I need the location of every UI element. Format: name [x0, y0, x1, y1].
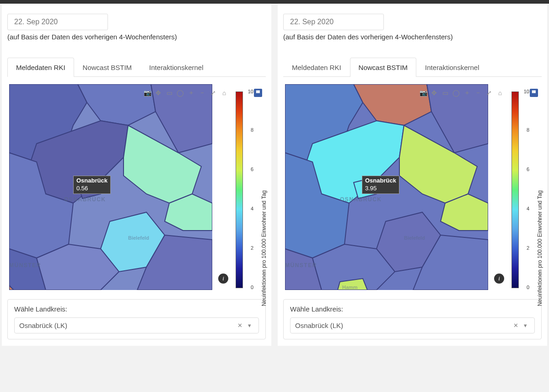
window-topbar: [0, 0, 549, 4]
map-label-osnabruck: OSNABRÜCK: [340, 196, 382, 203]
colorbar-ticks-left: 10 8 6 4 2 0: [244, 89, 253, 290]
camera-icon[interactable]: 📷: [418, 88, 428, 98]
colorbar-right: [511, 91, 519, 288]
box-select-icon[interactable]: ▭: [164, 88, 174, 98]
choropleth-map-left[interactable]: OSNABRÜCK Bielefeld MÜNSTER: [9, 84, 212, 290]
zoom-out-icon[interactable]: －: [473, 88, 483, 98]
map-label-munster: MÜNSTER: [285, 262, 317, 268]
map-label-munster: MÜNSTER: [9, 262, 41, 268]
subtitle-left: (auf Basis der Daten des vorherigen 4-Wo…: [7, 33, 266, 41]
reset-icon[interactable]: ⌂: [219, 88, 229, 98]
zoom-in-icon[interactable]: ＋: [186, 88, 196, 98]
region-select-right[interactable]: Osnabrück (LK) ✕ ▾: [290, 317, 535, 333]
clear-icon[interactable]: ✕: [511, 322, 521, 329]
tab-meldedaten[interactable]: Meldedaten RKI: [283, 58, 350, 77]
chevron-down-icon[interactable]: ▾: [521, 322, 530, 329]
lasso-icon[interactable]: ◯: [451, 88, 461, 98]
region-select-left[interactable]: Osnabrück (LK) ✕ ▾: [14, 317, 259, 333]
pan-icon[interactable]: ✥: [153, 88, 163, 98]
chevron-down-icon[interactable]: ▾: [245, 322, 254, 329]
plotly-logo-icon[interactable]: ▝▘: [530, 89, 538, 97]
tabs-right: Meldedaten RKI Nowcast BSTIM Interaktion…: [283, 57, 542, 77]
plotly-logo-icon[interactable]: ▝▘: [254, 89, 262, 97]
clear-icon[interactable]: ✕: [235, 322, 245, 329]
pan-icon[interactable]: ✥: [429, 88, 439, 98]
info-button-left[interactable]: i: [218, 274, 228, 284]
tab-meldedaten[interactable]: Meldedaten RKI: [7, 58, 74, 77]
autoscale-icon[interactable]: ⤢: [484, 88, 494, 98]
map-label-hamm: Hamm: [342, 285, 358, 290]
box-select-icon[interactable]: ▭: [440, 88, 450, 98]
colorbar-left: [236, 91, 243, 288]
colorbar-ticks-right: 10 8 6 4 2 0: [520, 89, 529, 290]
tab-nowcast[interactable]: Nowcast BSTIM: [74, 58, 141, 77]
date-input-right[interactable]: 22. Sep 2020: [283, 14, 384, 30]
zoom-in-icon[interactable]: ＋: [462, 88, 472, 98]
region-select-wrap-left: Wähle Landkreis: Osnabrück (LK) ✕ ▾: [7, 299, 266, 339]
panel-right: 22. Sep 2020 (auf Basis der Daten des vo…: [278, 4, 547, 346]
region-select-wrap-right: Wähle Landkreis: Osnabrück (LK) ✕ ▾: [283, 299, 542, 339]
region-select-label: Wähle Landkreis:: [290, 305, 535, 313]
region-select-label: Wähle Landkreis:: [14, 305, 259, 313]
map-right[interactable]: OSNABRÜCK Bielefeld MÜNSTER Hamm 📷 ✥ ▭ ◯…: [285, 84, 540, 290]
tab-interaktionskernel[interactable]: Interaktionskernel: [140, 58, 212, 77]
colorbar-label-left: Neuinfektionen pro 100.000 Einwohner und…: [261, 190, 267, 306]
map-label-bielefeld: Bielefeld: [128, 235, 149, 241]
camera-icon[interactable]: 📷: [142, 88, 152, 98]
choropleth-map-right[interactable]: OSNABRÜCK Bielefeld MÜNSTER Hamm: [285, 84, 488, 290]
tabs-left: Meldedaten RKI Nowcast BSTIM Interaktion…: [7, 57, 266, 77]
reset-icon[interactable]: ⌂: [495, 88, 505, 98]
tab-nowcast[interactable]: Nowcast BSTIM: [350, 58, 417, 77]
panel-left: 22. Sep 2020 (auf Basis der Daten des vo…: [2, 4, 271, 346]
info-button-right[interactable]: i: [494, 274, 504, 284]
subtitle-right: (auf Basis der Daten des vorherigen 4-Wo…: [283, 33, 542, 41]
date-input-left[interactable]: 22. Sep 2020: [7, 14, 108, 30]
map-label-bielefeld: Bielefeld: [404, 235, 425, 241]
autoscale-icon[interactable]: ⤢: [208, 88, 218, 98]
tab-interaktionskernel[interactable]: Interaktionskernel: [416, 58, 488, 77]
plot-toolbar-left: 📷 ✥ ▭ ◯ ＋ － ⤢ ⌂: [142, 88, 229, 98]
map-left[interactable]: OSNABRÜCK Bielefeld MÜNSTER 📷 ✥ ▭ ◯ ＋ － …: [9, 84, 264, 290]
colorbar-label-right: Neuinfektionen pro 100.000 Einwohner und…: [537, 190, 543, 306]
map-label-osnabruck: OSNABRÜCK: [64, 196, 106, 203]
zoom-out-icon[interactable]: －: [197, 88, 207, 98]
lasso-icon[interactable]: ◯: [175, 88, 185, 98]
plot-toolbar-right: 📷 ✥ ▭ ◯ ＋ － ⤢ ⌂: [418, 88, 505, 98]
